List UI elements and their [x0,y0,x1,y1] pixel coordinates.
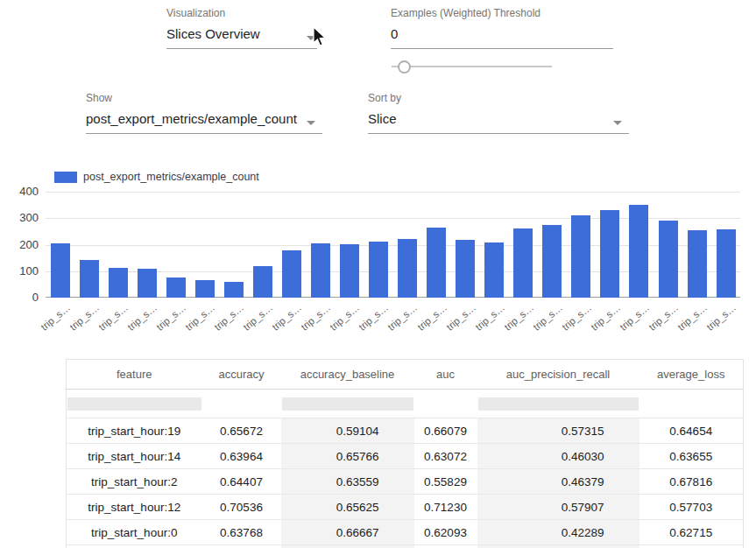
filter-cell-auc_precision_recall[interactable] [477,390,639,418]
filter-cell-average_loss[interactable] [639,390,744,418]
bar[interactable] [369,242,388,298]
bar[interactable] [80,260,99,298]
chevron-down-icon [307,121,315,125]
threshold-value: 0 [391,26,398,41]
x-axis-label-slot: trip_s… [509,299,538,341]
x-axis-label-slot: trip_s… [625,299,654,341]
bar[interactable] [600,210,619,298]
table-row[interactable]: trip_start_hour:120.705360.656250.712300… [67,495,744,520]
bar[interactable] [427,228,446,298]
bar[interactable] [398,239,417,298]
x-axis-label-slot: trip_s… [74,299,103,341]
show-label: Show [86,92,322,104]
bar[interactable] [253,266,272,298]
feature-cell: trip_start_hour:23 [67,545,202,548]
x-axis-label-slot: trip_s… [711,299,740,341]
chart-legend: post_export_metrics/example_count [54,171,259,183]
filter-row [67,390,744,418]
bar[interactable] [542,225,562,298]
bar[interactable] [688,230,707,298]
show-select[interactable]: Show post_export_metrics/example_count [86,92,322,134]
bar[interactable] [484,242,504,298]
slider-track[interactable] [392,66,552,67]
metric-cell: 0.55829 [414,469,477,495]
bar[interactable] [51,243,70,298]
filter-cell-feature[interactable] [67,390,202,418]
bar[interactable] [138,269,157,298]
visualization-value: Slices Overview [166,26,260,41]
visualization-value-row[interactable]: Slices Overview [166,25,317,49]
sort-by-select[interactable]: Sort by Slice [368,92,629,134]
bar-slot [46,192,74,298]
bar-slot [711,192,740,298]
metric-cell: 0.65672 [202,418,281,444]
bar-slot [451,192,480,298]
metric-cell: 0.66016 [202,545,281,548]
y-axis-tick-label: 400 [4,185,39,199]
table-row[interactable]: trip_start_hour:00.637680.666670.620930.… [67,520,744,545]
bar-slot [161,192,190,298]
x-axis-label-slot: trip_s… [538,299,567,341]
threshold-slider[interactable] [392,60,552,73]
metric-cell: 0.64654 [639,418,744,444]
column-header-auc_precision_recall[interactable]: auc_precision_recall [477,360,639,390]
metric-cell: 0.70536 [202,495,281,520]
column-header-accuracy_baseline[interactable]: accuracy_baseline [281,360,414,390]
table-row[interactable]: trip_start_hour:230.660160.648440.583370… [67,545,744,548]
bar[interactable] [340,244,359,298]
x-axis-labels: trip_s…trip_s…trip_s…trip_s…trip_s…trip_… [46,299,740,341]
filter-cell-accuracy[interactable] [202,390,281,418]
visualization-select[interactable]: Visualization Slices Overview [166,7,317,49]
bar-slot [567,192,596,298]
bar[interactable] [166,278,186,298]
x-axis-label-slot: trip_s… [567,299,596,341]
bar[interactable] [456,240,475,298]
threshold-input[interactable]: 0 [391,25,613,49]
column-header-accuracy[interactable]: accuracy [202,360,281,390]
column-header-average_loss[interactable]: average_loss [639,360,744,390]
column-header-feature[interactable]: feature [67,360,202,390]
bar-slot [480,192,509,298]
metric-cell: 0.64844 [281,545,414,548]
bar[interactable] [571,215,590,298]
filter-cell-accuracy_baseline[interactable] [281,390,414,418]
bar-slot [335,192,364,298]
metrics-table: featureaccuracyaccuracy_baselineaucauc_p… [66,359,744,548]
x-axis-label-slot: trip_s… [451,299,480,341]
filter-cell-auc[interactable] [414,390,477,418]
bar[interactable] [224,282,244,298]
column-header-auc[interactable]: auc [414,360,477,390]
y-axis: 0100200300400 [4,192,39,298]
x-axis-label-slot: trip_s… [219,299,248,341]
sort-by-label: Sort by [368,92,629,104]
slider-thumb[interactable] [398,60,411,74]
bar[interactable] [311,243,330,298]
bar[interactable] [659,221,678,298]
bar[interactable] [629,205,648,298]
bar[interactable] [109,268,128,298]
metric-cell: 0.44173 [477,545,639,548]
table-row[interactable]: trip_start_hour:190.656720.591040.660790… [67,418,744,444]
metric-cell: 0.65142 [639,545,744,548]
slices-overview-page: Visualization Slices Overview Examples (… [0,0,756,548]
bar-chart-plot [46,192,740,298]
feature-cell: trip_start_hour:12 [67,495,202,520]
table-row[interactable]: trip_start_hour:140.639640.657660.630720… [67,444,744,469]
show-value-row[interactable]: post_export_metrics/example_count [86,109,322,134]
bar-slot [248,192,277,298]
metric-cell: 0.65625 [281,495,414,520]
table-row[interactable]: trip_start_hour:20.644070.635590.558290.… [67,469,744,495]
bar[interactable] [717,229,736,298]
bar-slot [654,192,682,298]
sort-by-value-row[interactable]: Slice [368,109,629,134]
x-axis-label-slot: trip_s… [596,299,625,341]
x-axis-label-slot: trip_s… [422,299,451,341]
y-axis-tick-label: 200 [4,238,39,252]
mouse-cursor-icon [312,26,328,47]
metric-cell: 0.64407 [202,469,281,495]
bar-slot [103,192,132,298]
bar-slot [74,192,103,298]
bar[interactable] [282,250,301,298]
bar[interactable] [195,280,215,298]
bar[interactable] [513,228,533,298]
